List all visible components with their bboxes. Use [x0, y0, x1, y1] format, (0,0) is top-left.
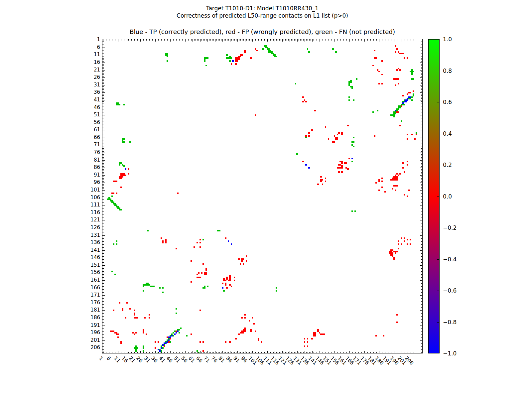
minor-tick [151, 39, 151, 41]
contact-point [413, 90, 414, 92]
minor-tick [102, 343, 104, 344]
major-tick [178, 351, 178, 353]
contact-point [238, 333, 240, 335]
colorbar-tick [437, 228, 439, 228]
minor-tick [102, 148, 104, 149]
minor-tick [102, 91, 104, 91]
minor-tick [421, 256, 423, 257]
minor-tick [169, 39, 169, 41]
minor-tick [102, 186, 104, 186]
minor-tick [382, 39, 382, 41]
minor-tick [306, 352, 307, 353]
major-tick [379, 351, 379, 353]
minor-tick [421, 312, 423, 312]
contact-point [351, 161, 353, 163]
minor-tick [102, 156, 104, 156]
major-tick [163, 39, 163, 42]
minor-tick [315, 39, 315, 41]
y-tick-label: 26 [86, 74, 100, 80]
minor-tick [243, 39, 244, 41]
y-tick-label: 1 [86, 37, 100, 42]
minor-tick [145, 352, 145, 353]
minor-tick [234, 352, 235, 353]
minor-tick [415, 352, 415, 353]
minor-tick [296, 39, 296, 41]
minor-tick [173, 39, 174, 41]
minor-tick [102, 126, 104, 126]
minor-tick [421, 157, 423, 158]
contact-point [378, 190, 380, 191]
contact-point [243, 332, 244, 334]
minor-tick [293, 39, 293, 41]
major-tick [349, 351, 350, 353]
minor-tick [352, 39, 353, 41]
major-tick [320, 351, 320, 353]
contact-point [407, 93, 408, 95]
minor-tick [175, 39, 175, 41]
minor-tick [194, 39, 195, 41]
minor-tick [102, 282, 104, 282]
y-tick-label: 126 [86, 225, 100, 230]
major-tick [140, 39, 141, 42]
minor-tick [421, 199, 423, 200]
minor-tick [191, 352, 192, 353]
contact-point [113, 243, 114, 245]
minor-tick [102, 324, 104, 324]
minor-tick [421, 66, 423, 66]
minor-tick [102, 181, 104, 182]
major-tick [420, 160, 422, 161]
minor-tick [102, 210, 104, 210]
contact-point [252, 317, 253, 319]
minor-tick [181, 352, 181, 353]
major-tick [342, 351, 342, 353]
major-tick [170, 351, 171, 353]
minor-tick [114, 39, 114, 41]
contact-point [398, 78, 400, 80]
minor-tick [421, 181, 423, 182]
minor-tick [102, 189, 104, 189]
minor-tick [421, 114, 423, 114]
contact-point [411, 96, 413, 98]
minor-tick [308, 352, 308, 353]
contact-point [338, 132, 340, 134]
contact-point [407, 239, 408, 241]
contact-point [392, 188, 394, 190]
major-tick [334, 351, 335, 353]
minor-tick [373, 39, 374, 41]
minor-tick [348, 39, 348, 41]
minor-tick [137, 39, 138, 41]
minor-tick [421, 135, 423, 135]
minor-tick [324, 39, 324, 41]
minor-tick [102, 106, 104, 106]
minor-tick [102, 204, 104, 204]
minor-tick [102, 334, 104, 335]
major-tick [420, 100, 422, 100]
contact-point [308, 167, 310, 169]
minor-tick [358, 39, 359, 41]
minor-tick [293, 352, 293, 353]
y-tick-label: 151 [86, 262, 100, 268]
minor-tick [102, 150, 104, 150]
contact-point [243, 258, 244, 260]
minor-tick [421, 67, 423, 67]
minor-tick [421, 144, 423, 144]
minor-tick [358, 352, 359, 353]
contact-point [413, 71, 414, 72]
contact-point [229, 280, 231, 281]
minor-tick [102, 177, 104, 177]
minor-tick [264, 39, 265, 41]
minor-tick [421, 255, 423, 255]
contact-point [304, 345, 306, 347]
minor-tick [197, 352, 198, 353]
major-tick [193, 351, 193, 353]
minor-tick [270, 352, 271, 353]
contact-point [241, 260, 243, 262]
minor-tick [225, 39, 226, 41]
minor-tick [102, 256, 104, 257]
major-tick [102, 70, 105, 70]
minor-tick [102, 199, 104, 200]
major-tick [222, 351, 223, 353]
y-tick-label: 141 [86, 247, 100, 253]
minor-tick [124, 39, 124, 41]
minor-tick [224, 39, 224, 41]
